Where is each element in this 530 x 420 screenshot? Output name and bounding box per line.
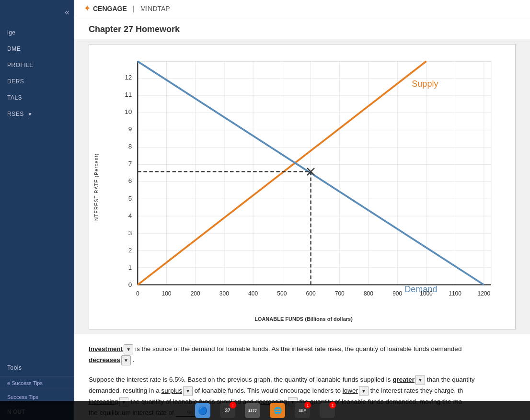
svg-text:900: 900: [392, 290, 402, 297]
period: .: [133, 356, 135, 363]
paragraph1-mid-text: is the source of the demand for loanable…: [135, 345, 461, 352]
svg-text:9: 9: [128, 125, 132, 133]
graph-container: INTEREST RATE (Percent): [89, 44, 516, 329]
sidebar-item-tools[interactable]: Tools: [0, 360, 74, 376]
main-content: ✦ CENGAGE | MINDTAP Chapter 27 Homework …: [74, 0, 530, 420]
supply-demand-chart: Supply Demand 0: [102, 54, 506, 314]
top-bar: ✦ CENGAGE | MINDTAP: [74, 0, 530, 17]
svg-text:500: 500: [277, 290, 287, 297]
paragraph-1: Investment ▼ is the source of the demand…: [89, 344, 516, 366]
surplus-label: surplus: [161, 386, 183, 397]
svg-text:300: 300: [219, 290, 229, 297]
decreases-label: decreases: [89, 355, 120, 366]
decreases-dropdown-arrow[interactable]: ▼: [121, 355, 131, 365]
decreases-dropdown[interactable]: decreases ▼: [89, 355, 131, 366]
sidebar-item-rses[interactable]: RSES ▼: [0, 106, 74, 122]
svg-text:6: 6: [128, 177, 132, 184]
sidebar: « ige DME PROFILE DERS TALS RSES ▼ Tools…: [0, 0, 74, 420]
sidebar-item-dome[interactable]: DME: [0, 41, 74, 57]
svg-text:5: 5: [128, 195, 132, 202]
sidebar-item-ige[interactable]: ige: [0, 24, 74, 41]
logo-icon: ✦: [84, 4, 90, 13]
svg-text:7: 7: [128, 160, 132, 167]
badge-2: 2: [329, 402, 336, 409]
sidebar-item-success-link[interactable]: e Success Tips: [0, 376, 74, 390]
investment-dropdown-arrow[interactable]: ▼: [124, 344, 133, 354]
lower-dropdown[interactable]: lower ▼: [343, 386, 369, 397]
taskbar-item-badge2[interactable]: 2: [320, 403, 335, 418]
the-rates-text: the interest rates they charge, th: [370, 387, 463, 394]
svg-text:1000: 1000: [420, 290, 433, 297]
svg-text:700: 700: [335, 290, 345, 297]
svg-text:10: 10: [125, 108, 132, 115]
svg-text:0: 0: [128, 281, 132, 288]
lower-dropdown-arrow[interactable]: ▼: [359, 386, 369, 396]
sidebar-item-tals[interactable]: TALS: [0, 90, 74, 106]
sidebar-collapse-button[interactable]: «: [60, 5, 74, 20]
supply-label: Supply: [412, 79, 438, 89]
investment-dropdown[interactable]: Investment ▼: [89, 344, 133, 355]
taskbar-item-badge1377[interactable]: 1377: [245, 403, 260, 418]
badge-1: 1: [304, 402, 311, 409]
surplus-dropdown[interactable]: surplus ▼: [161, 386, 193, 397]
of-text: of loanable funds. This would encourage …: [195, 387, 343, 394]
greater-dropdown[interactable]: greater ▼: [392, 375, 425, 386]
badge-1377-label: 1377: [248, 409, 257, 413]
investment-label: Investment: [89, 344, 123, 355]
sidebar-item-profile[interactable]: PROFILE: [0, 57, 74, 73]
svg-text:1200: 1200: [477, 290, 490, 297]
lower-label: lower: [343, 386, 358, 397]
svg-text:12: 12: [125, 74, 132, 81]
taskbar-item-badge37[interactable]: 37 !: [220, 403, 235, 418]
svg-text:11: 11: [125, 91, 132, 98]
svg-text:1100: 1100: [449, 290, 461, 297]
badge-37: !: [230, 402, 236, 409]
greater-label: greater: [392, 375, 415, 386]
x-axis-label: LOANABLE FUNDS (Billions of dollars): [102, 316, 506, 322]
greater-dropdown-arrow[interactable]: ▼: [415, 375, 425, 385]
cengage-label: CENGAGE: [93, 5, 127, 12]
taskbar-item-badge-sep[interactable]: SEP 1: [295, 403, 310, 418]
demanded-text: demanded, resulting in a: [89, 387, 161, 394]
logo-divider: |: [133, 5, 135, 12]
svg-text:800: 800: [364, 290, 373, 297]
paragraph2-text: Suppose the interest rate is 6.5%. Based…: [89, 376, 392, 383]
sidebar-item-ders[interactable]: DERS: [0, 73, 74, 90]
svg-text:200: 200: [191, 290, 200, 297]
svg-text:3: 3: [128, 229, 132, 237]
svg-text:100: 100: [161, 290, 171, 297]
surplus-dropdown-arrow[interactable]: ▼: [183, 386, 193, 396]
badge-37-label: 37: [225, 408, 230, 413]
svg-text:2: 2: [128, 247, 132, 254]
y-axis-label: INTEREST RATE (Percent): [94, 153, 99, 223]
taskbar-item-finder[interactable]: 🔵: [195, 403, 210, 418]
svg-text:0: 0: [136, 290, 139, 297]
than-text: than the quantity: [427, 376, 475, 383]
svg-text:1: 1: [128, 264, 132, 271]
taskbar: 🔵 37 ! 1377 🌐 SEP 1 2: [0, 401, 530, 420]
svg-text:600: 600: [306, 290, 316, 297]
svg-text:400: 400: [248, 290, 258, 297]
taskbar-sep-label: SEP: [299, 409, 306, 413]
taskbar-item-globe[interactable]: 🌐: [270, 403, 285, 418]
chart-area: Supply Demand 0: [102, 54, 506, 322]
svg-text:8: 8: [128, 143, 132, 150]
mindtap-label: MINDTAP: [140, 5, 170, 12]
svg-text:4: 4: [128, 212, 132, 219]
app-logo: ✦ CENGAGE | MINDTAP: [84, 4, 170, 13]
chapter-title: Chapter 27 Homework: [74, 17, 530, 39]
